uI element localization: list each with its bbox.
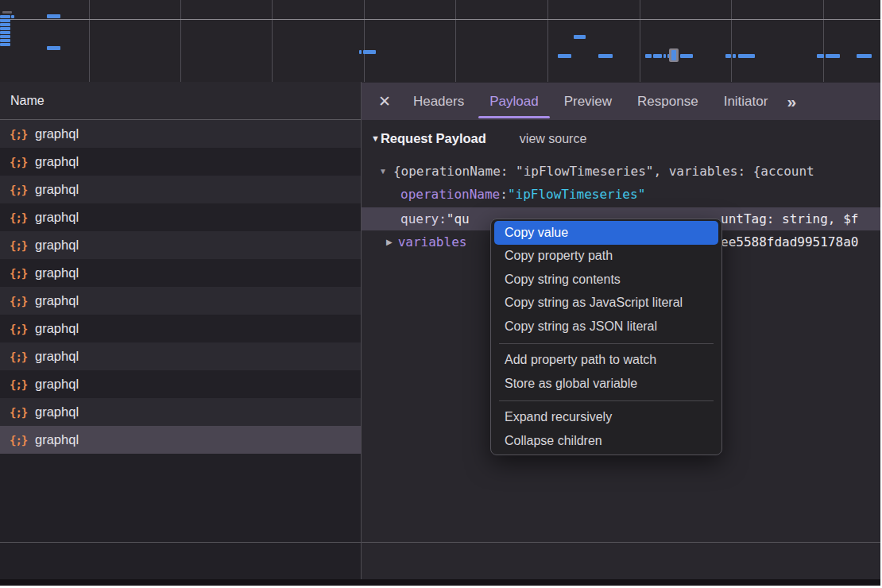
tree-root-row[interactable]: ▼ {operationName: "ipFlowTimeseries", va… [362,160,880,183]
waterfall-bar [857,54,872,58]
fetch-xhr-icon: {;} [10,378,27,391]
waterfall-bar [645,54,652,58]
property-value-continuation: ee5588fdad995178a0 [721,234,858,250]
timeline-gridline [455,0,456,82]
request-row[interactable]: {;}graphql [0,259,361,287]
request-row[interactable]: {;}graphql [0,370,361,398]
property-value-start: "qu [447,211,470,226]
waterfall-bar [47,46,60,50]
summary-divider [0,542,880,543]
timeline-gridline [272,0,273,82]
view-source-link[interactable]: view source [520,132,586,146]
request-name: graphql [35,238,79,253]
property-key: variables [398,234,467,250]
request-row[interactable]: {;}graphql [0,120,361,148]
request-name: graphql [35,154,79,169]
request-row[interactable]: {;}graphql [0,287,361,315]
waterfall-bar [11,15,14,18]
waterfall-bar [817,54,824,58]
menu-item-copy-string-as-json-literal[interactable]: Copy string as JSON literal [494,315,718,338]
property-value-continuation: untTag: string, $f [721,211,858,226]
selected-request-marker [669,48,679,62]
request-payload-section: ▼ Request Payload view source [371,131,586,146]
request-name: graphql [35,182,79,197]
section-title: Request Payload [381,131,486,146]
fetch-xhr-icon: {;} [10,239,27,252]
menu-item-add-property-path-to-watch[interactable]: Add property path to watch [494,349,718,373]
request-name: graphql [35,377,79,392]
property-value: "ipFlowTimeseries" [508,187,645,202]
waterfall-bar [0,15,10,18]
fetch-xhr-icon: {;} [10,267,27,280]
request-row[interactable]: {;}graphql [0,203,361,231]
menu-item-copy-value[interactable]: Copy value [494,221,718,245]
request-name: graphql [35,293,79,308]
fetch-xhr-icon: {;} [10,434,27,447]
menu-item-copy-property-path[interactable]: Copy property path [494,245,718,269]
request-row[interactable]: {;}graphql [0,398,361,426]
tab-preview[interactable]: Preview [551,83,625,120]
object-preview-text: {operationName: "ipFlowTimeseries", vari… [393,164,814,179]
network-overview-strip[interactable] [0,0,880,82]
tab-response[interactable]: Response [625,83,711,120]
timeline-gridline [823,0,824,82]
waterfall-bar [0,27,10,30]
more-tabs-icon[interactable]: » [787,92,795,111]
tree-row-operation-name[interactable]: operationName: "ipFlowTimeseries" [362,183,880,206]
waterfall-bar [826,54,840,58]
fetch-xhr-icon: {;} [10,295,27,308]
menu-separator [499,343,714,344]
window-bottom-edge [0,579,880,586]
request-row[interactable]: {;}graphql [0,426,361,454]
request-row[interactable]: {;}graphql [0,231,361,259]
collapse-triangle-icon[interactable]: ▼ [371,133,380,143]
menu-item-expand-recursively[interactable]: Expand recursively [494,406,718,430]
name-column-header[interactable]: Name [0,82,361,120]
request-row[interactable]: {;}graphql [0,315,361,342]
tab-payload[interactable]: Payload [477,83,551,120]
close-icon[interactable]: ✕ [378,92,391,110]
timeline-gridline [89,0,90,82]
name-column-label: Name [10,94,44,108]
request-name: graphql [35,321,79,336]
details-tabbar: ✕ HeadersPayloadPreviewResponseInitiator… [362,83,880,120]
request-name: graphql [35,404,79,420]
menu-item-store-as-global-variable[interactable]: Store as global variable [494,372,718,396]
request-row[interactable]: {;}graphql [0,176,361,203]
waterfall-bar [47,14,60,18]
request-name: graphql [35,210,79,225]
key-separator: : [500,187,508,202]
tab-headers[interactable]: Headers [400,83,477,120]
fetch-xhr-icon: {;} [10,211,27,224]
fetch-xhr-icon: {;} [10,323,27,335]
panel-divider[interactable] [361,82,362,579]
waterfall-bar [680,54,693,58]
context-menu: Copy valueCopy property pathCopy string … [490,219,722,455]
property-key: query [400,211,439,226]
request-rows: {;}graphql{;}graphql{;}graphql{;}graphql… [0,120,361,454]
menu-separator [499,400,714,401]
timeline-gridline [180,0,181,82]
waterfall-bar [2,11,12,14]
waterfall-bar [359,50,362,54]
request-row[interactable]: {;}graphql [0,148,361,176]
lane-divider [0,19,880,20]
tab-initiator[interactable]: Initiator [711,83,781,120]
waterfall-bar [663,54,666,58]
collapse-triangle-icon[interactable]: ▼ [379,167,387,176]
timeline-gridline [364,0,365,82]
waterfall-bar [733,54,736,58]
waterfall-bar [653,54,662,58]
request-row[interactable]: {;}graphql [0,342,361,370]
fetch-xhr-icon: {;} [10,406,27,419]
menu-item-collapse-children[interactable]: Collapse children [494,429,718,453]
fetch-xhr-icon: {;} [10,184,27,196]
menu-item-copy-string-contents[interactable]: Copy string contents [494,268,718,292]
menu-item-copy-string-as-javascript-literal[interactable]: Copy string as JavaScript literal [494,292,718,315]
waterfall-bar [363,50,376,54]
key-separator: : [439,211,447,226]
devtools-network-panel: Name {;}graphql{;}graphql{;}graphql{;}gr… [0,0,880,586]
waterfall-bar [738,54,755,58]
waterfall-bar [0,43,10,46]
expand-triangle-icon[interactable]: ▶ [386,238,393,246]
